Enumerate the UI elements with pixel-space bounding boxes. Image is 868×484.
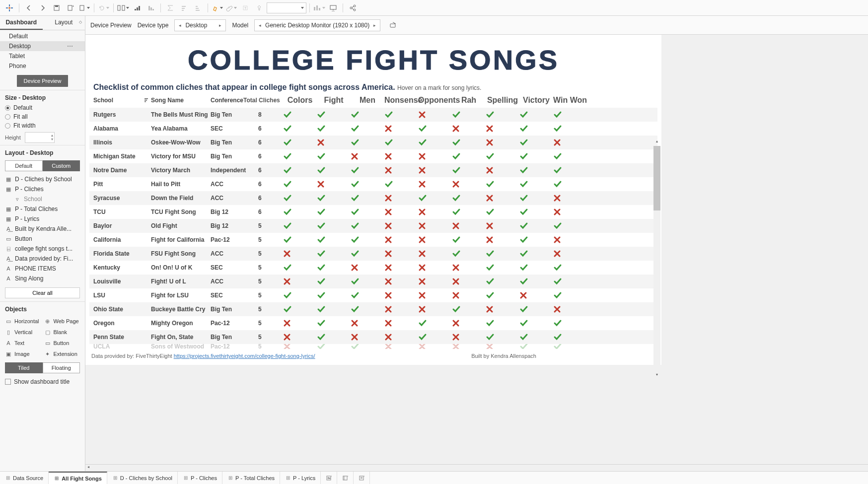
model-label: Model [232,22,248,29]
table-row[interactable]: Florida StateFSU Fight SongACC5 [89,247,657,261]
layout-item[interactable]: APHONE ITEMS [3,264,82,274]
table-row[interactable]: BaylorOld FightBig 125 [89,219,657,233]
totals-icon[interactable] [164,1,177,14]
fit-dropdown[interactable] [267,2,306,13]
table-row[interactable]: CaliforniaFight for CaliforniaPac-125 [89,233,657,247]
object-item[interactable]: ▯Vertical [5,328,41,337]
swap-icon[interactable] [117,1,130,14]
svg-rect-22 [196,8,199,9]
size-default[interactable]: Default [0,103,85,112]
layout-custom-btn[interactable]: Custom [43,160,80,171]
back-icon[interactable] [22,1,35,14]
table-row[interactable]: IllinoisOskee-Wow-WowBig Ten6 [89,136,657,149]
object-item[interactable]: ▭Horizontal [5,317,41,326]
device-phone[interactable]: Phone [0,61,85,71]
abc-desc-icon[interactable] [192,1,205,14]
layout-item[interactable]: ▦D - Cliches by School [3,174,82,184]
table-row[interactable]: SyracuseDown the FieldACC6 [89,191,657,205]
abc-asc-icon[interactable] [178,1,191,14]
svg-rect-28 [319,8,320,10]
svg-rect-1 [9,4,10,6]
table-row[interactable]: Michigan StateVictory for MSUBig Ten6 [89,149,657,163]
rotate-icon[interactable] [386,19,399,32]
sheet-tab[interactable]: ⊞P - Total Cliches [222,472,280,484]
table-row[interactable]: Penn StateFight On, StateBig Ten5 [89,330,657,344]
table-row[interactable]: UCLASons of WestwoodPac-125 [89,344,657,349]
svg-rect-33 [390,24,395,27]
table-row[interactable]: RutgersThe Bells Must RingBig Ten8 [89,108,657,122]
object-item[interactable]: ▢Blank [44,328,80,337]
layout-item[interactable]: ▭Button [3,234,82,244]
layout-item[interactable]: ▦P - Lyrics [3,214,82,224]
new-worksheet-icon[interactable]: + [321,472,337,484]
refresh-icon[interactable] [97,1,110,14]
table-row[interactable]: LouisvilleFight! U of LACC5 [89,275,657,288]
object-item[interactable]: ▣Image [5,349,41,358]
table-row[interactable]: OregonMighty OregonPac-125 [89,316,657,330]
share-icon[interactable] [346,1,359,14]
layout-item[interactable]: ▦P - Cliches [3,184,82,194]
new-data-icon[interactable]: + [64,1,77,14]
attach-icon[interactable] [225,1,238,14]
device-preview-button[interactable]: Device Preview [17,75,69,87]
table-row[interactable]: LSUFight for LSUSEC5 [89,288,657,302]
save-icon[interactable] [50,1,63,14]
forward-icon[interactable] [36,1,49,14]
tiled-btn[interactable]: Tiled [5,362,43,373]
data-source-tab[interactable]: ⊞Data Source [0,472,49,484]
table-row[interactable]: Notre DameVictory MarchIndependent6 [89,163,657,177]
floating-btn[interactable]: Floating [43,362,80,373]
label-icon[interactable]: T [239,1,252,14]
new-dashboard-icon[interactable]: + [337,472,354,484]
svg-rect-20 [182,10,184,11]
sort-desc-icon[interactable] [145,1,157,14]
device-type-label: Device type [138,22,169,29]
horiz-scrollbar[interactable]: ◂ [85,464,868,471]
layout-item[interactable]: A͟Built by Kendra Alle... [3,224,82,234]
tab-dashboard[interactable]: Dashboard [0,16,43,30]
layout-item[interactable]: ▿School [3,194,82,204]
clear-all-button[interactable]: Clear all [5,287,80,298]
new-story-icon[interactable]: + [354,472,370,484]
sheet-tab[interactable]: ⊞All Fight Songs [49,472,107,484]
source-link[interactable]: https://projects.fivethirtyeight.com/col… [174,353,315,359]
table-row[interactable]: Ohio StateBuckeye Battle CryBig Ten5 [89,302,657,316]
object-item[interactable]: ✦Extension [44,349,80,358]
layout-default-btn[interactable]: Default [5,160,43,171]
new-ws-icon[interactable] [78,1,91,14]
table-scrollbar[interactable]: ▴▾ [653,146,660,372]
model-select[interactable]: ◂Generic Desktop Monitor (1920 x 1080)▸ [254,19,380,31]
object-item[interactable]: ▭Button [44,339,80,347]
svg-rect-18 [182,6,186,7]
object-item[interactable]: ⊕Web Page [44,317,80,326]
highlight-icon[interactable] [211,1,224,14]
sheet-tab[interactable]: ⊞P - Cliches [178,472,222,484]
show-me-icon[interactable] [313,1,326,14]
show-title-check[interactable]: Show dashboard title [0,375,85,388]
table-row[interactable]: TCUTCU Fight SongBig 126 [89,205,657,219]
object-item[interactable]: AText [5,339,41,347]
layout-item[interactable]: ASing Along [3,274,82,283]
device-default[interactable]: Default [0,31,85,41]
device-desktop[interactable]: Desktop [0,41,85,51]
layout-item[interactable]: ▦P - Total Cliches [3,204,82,214]
layout-item[interactable]: ⌸college fight songs t... [3,244,82,254]
tab-layout[interactable]: Layout◇ [43,16,85,30]
svg-rect-34 [145,98,148,99]
sheet-tab[interactable]: ⊞P - Lyrics [280,472,321,484]
logo-icon[interactable] [3,1,16,14]
size-fit-width[interactable]: Fit width [0,121,85,130]
table-row[interactable]: PittHail to PittACC6 [89,177,657,191]
layout-item[interactable]: A͟Data provided by: Fi... [3,254,82,264]
height-input[interactable]: ▴▾ [25,132,55,143]
table-row[interactable]: AlabamaYea AlabamaSEC6 [89,122,657,136]
table-row[interactable]: KentuckyOn! On! U of KSEC5 [89,261,657,275]
sort-icon[interactable] [144,97,151,103]
sort-asc-icon[interactable] [131,1,144,14]
sheet-tab[interactable]: ⊞D - Cliches by School [107,472,178,484]
device-type-select[interactable]: ◂Desktop▸ [174,19,226,31]
device-tablet[interactable]: Tablet [0,51,85,61]
pin-icon[interactable] [253,1,266,14]
size-fit-all[interactable]: Fit all [0,112,85,121]
present-icon[interactable] [327,1,340,14]
